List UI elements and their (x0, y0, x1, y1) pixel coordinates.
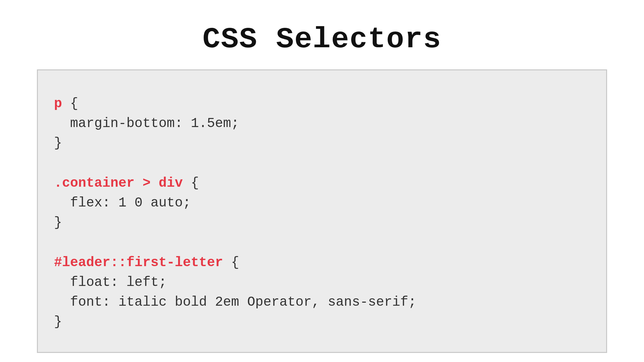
brace-open-1: { (62, 96, 78, 111)
decl-3-1: font: italic bold 2em Operator, sans-ser… (54, 295, 416, 310)
brace-open-2: { (183, 176, 199, 191)
slide: CSS Selectors p { margin-bottom: 1.5em; … (0, 0, 644, 362)
code-content: p { margin-bottom: 1.5em; } .container >… (54, 94, 590, 332)
selector-2: .container > div (54, 176, 183, 191)
decl-2-0: flex: 1 0 auto; (54, 195, 191, 210)
brace-close-2: } (54, 215, 62, 230)
brace-open-3: { (223, 255, 239, 270)
decl-1-0: margin-bottom: 1.5em; (54, 116, 239, 131)
selector-3: #leader::first-letter (54, 255, 223, 270)
selector-1: p (54, 96, 62, 111)
code-block: p { margin-bottom: 1.5em; } .container >… (37, 69, 607, 353)
brace-close-1: } (54, 136, 62, 151)
brace-close-3: } (54, 314, 62, 329)
decl-3-0: float: left; (54, 275, 167, 290)
slide-title: CSS Selectors (0, 0, 644, 69)
